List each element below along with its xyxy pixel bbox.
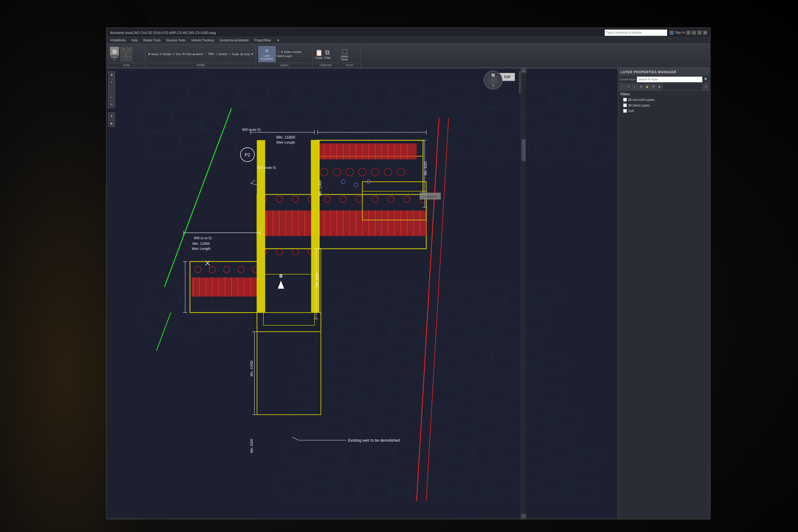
tab-express[interactable]: Express Tools (164, 37, 188, 44)
svg-rect-218 (311, 140, 320, 319)
redo-button[interactable]: ↪ (127, 48, 132, 52)
tab-raster[interactable]: Raster Tools (141, 37, 163, 44)
svg-text:Min. 6200: Min. 6200 (315, 273, 319, 287)
tab-infraworks[interactable]: InfraWorks (108, 37, 128, 44)
svg-text:400 (n te 5): 400 (n te 5) (194, 236, 212, 240)
showmotion-button[interactable]: ▶ (108, 120, 115, 127)
sign-in-label: Sign In (675, 31, 685, 34)
layer-refresh-button[interactable]: ↻ (703, 84, 709, 90)
tab-extra[interactable]: ▼ (274, 37, 282, 44)
filter-checkbox-all-used: ✓ (623, 103, 627, 107)
ribbon-content: ▦ Hatch ▼ ↩ ↪ ╱ ○ (107, 44, 710, 68)
filters-label: Filters (618, 91, 710, 97)
tab-geotechnical[interactable]: Geotechnical Module (217, 37, 251, 44)
line-button[interactable]: ╱ (121, 52, 132, 56)
layer-search-button[interactable]: 🔍 (704, 77, 709, 82)
paste-button[interactable]: 📋 Paste (315, 49, 323, 59)
sign-in-button[interactable]: 👤 (670, 31, 674, 35)
layer-properties-panel: LAYER PROPERTIES MANAGER Current layer 🔍… (618, 68, 710, 519)
drawing-area[interactable]: P2 400 (note 5) 400 (note 5) Min. 11800 … (107, 68, 618, 519)
freeze-layer-button[interactable]: ❄ (638, 84, 644, 90)
draw-group-label: Draw (109, 63, 144, 66)
layer-color-button[interactable]: ■ (657, 84, 663, 90)
filter-checkbox-xref: ✓ (623, 109, 627, 113)
filter-xref[interactable]: ✓ Xref (618, 108, 710, 114)
tab-projectwise[interactable]: ProjectWise (252, 37, 273, 44)
match-layer-button[interactable]: Match Layer (277, 55, 292, 58)
make-current-button[interactable]: Make Current (284, 51, 301, 54)
svg-text:Min. 12400: Min. 12400 (250, 360, 253, 376)
array-button[interactable]: ⊞ Array ▼ (240, 53, 254, 56)
keyword-search-input[interactable] (605, 30, 667, 36)
select-icon: ⬚ (342, 48, 348, 55)
layer-settings-button[interactable]: ≡ (632, 84, 637, 90)
mirror-button[interactable]: ⇄ Mirror (193, 53, 203, 56)
minimize-button[interactable]: ─ (692, 31, 696, 35)
trim-button[interactable]: ✂ Trim (173, 53, 181, 56)
zoom-in-button[interactable]: + (108, 79, 115, 86)
svg-text:Unnamed: Unnamed (424, 195, 436, 198)
scroll-thumb[interactable] (522, 139, 526, 161)
svg-text:Min. 6200: Min. 6200 (250, 439, 253, 453)
layers-group-label: Layers (258, 63, 310, 66)
maximize-button[interactable]: □ (697, 31, 702, 35)
vertical-scrollbar[interactable]: ▲ ▼ (521, 68, 526, 519)
undo-button[interactable]: ↩ (121, 48, 126, 52)
copy-clipboard-button[interactable]: ⧉ Copy (324, 49, 331, 59)
svg-text:P2: P2 (245, 152, 250, 157)
svg-text:Min. 11800: Min. 11800 (276, 135, 295, 139)
layer-panel-title: LAYER PROPERTIES MANAGER (618, 68, 710, 76)
new-layer-button[interactable]: + (619, 84, 625, 90)
compass-north: N (492, 73, 495, 78)
touch-group-label: Touch (341, 63, 359, 66)
svg-rect-220 (257, 312, 321, 331)
layers-icon: ≡ (265, 48, 269, 54)
scroll-up-button[interactable]: ▲ (521, 68, 526, 73)
layer-panel-search-bar: Current layer 🔍 (618, 76, 710, 83)
close-button[interactable]: ✕ (703, 31, 707, 35)
tab-help[interactable]: Help (129, 37, 140, 44)
stretch-button[interactable]: ⤢ Stretch (215, 53, 228, 56)
steering-wheel-button[interactable]: ⊕ (108, 112, 115, 119)
rotate-button[interactable]: ↻ Rotate (160, 53, 171, 56)
pan-button[interactable]: ✥ (108, 71, 115, 78)
layer-search-input[interactable] (637, 77, 702, 82)
layer-view-button[interactable]: 👁 (651, 84, 656, 90)
compass-south: S (492, 84, 494, 88)
touch-buttons: ⬚ Select Mode (341, 45, 348, 63)
scroll-track (521, 73, 526, 514)
ribbon-group-layers: ≡ Layer Properties ⬛ ▼ Make Current Matc… (256, 45, 313, 67)
ribbon-tab-bar: InfraWorks Help Raster Tools Express Too… (107, 37, 710, 44)
svg-text:Existing weir to be demolished: Existing weir to be demolished (348, 438, 400, 443)
lock-layer-button[interactable]: 🔒 (644, 84, 650, 90)
ribbon-group-touch: ⬚ Select Mode Touch (339, 45, 361, 67)
title-bar-controls: 👤 Sign In ? ─ □ ✕ (667, 31, 710, 35)
copy-button[interactable]: ⧉ Copy (182, 52, 192, 56)
scale-button[interactable]: ⤡ Scale (229, 53, 239, 56)
zoom-out-button[interactable]: - (108, 86, 115, 93)
ribbon-group-draw: ▦ Hatch ▼ ↩ ↪ ╱ ○ (108, 45, 146, 67)
zoom-extents-button[interactable]: ⤢ (108, 94, 115, 101)
window-title: Autodesk AutoCAD Civil 3D 2018 LFD-ARP-Z… (107, 31, 605, 35)
help-button[interactable]: ? (686, 31, 690, 35)
select-mode-button[interactable]: ⬚ Select Mode (341, 48, 348, 61)
copy-icon: ⧉ (325, 49, 329, 56)
ribbon-group-modify: ✥ Move ↻ Rotate ✂ Trim ⧉ Copy ⇄ Mirror ⌒… (146, 45, 256, 67)
monitor-screen: Autodesk AutoCAD Civil 3D 2018 LFD-ARP-Z… (106, 27, 711, 519)
svg-rect-0 (107, 70, 618, 517)
fillet-button[interactable]: ⌒ Fillet (204, 52, 214, 56)
filter-all-non-xref[interactable]: ✓ All non-Xref Layers (618, 97, 710, 102)
hatch-button[interactable]: ▦ Hatch ▼ (109, 46, 120, 62)
circle-button[interactable]: ○ (121, 57, 132, 61)
svg-text:B: B (279, 273, 283, 279)
layer-properties-button[interactable]: ≡ Layer Properties (258, 46, 275, 62)
clipboard-buttons: 📋 Paste ⧉ Copy (315, 45, 331, 63)
delete-layer-button[interactable]: ✕ (625, 84, 631, 90)
tab-vehicle[interactable]: Vehicle Tracking (188, 37, 216, 44)
filter-all-used[interactable]: ✓ All Used Layers (618, 102, 710, 108)
scroll-down-button[interactable]: ▼ (521, 514, 526, 519)
compass-circle: N S (484, 71, 503, 89)
move-button[interactable]: ✥ Move (148, 53, 158, 56)
svg-text:Weir Length: Weir Length (192, 247, 211, 250)
orbit-button[interactable]: ↻ (108, 101, 115, 108)
